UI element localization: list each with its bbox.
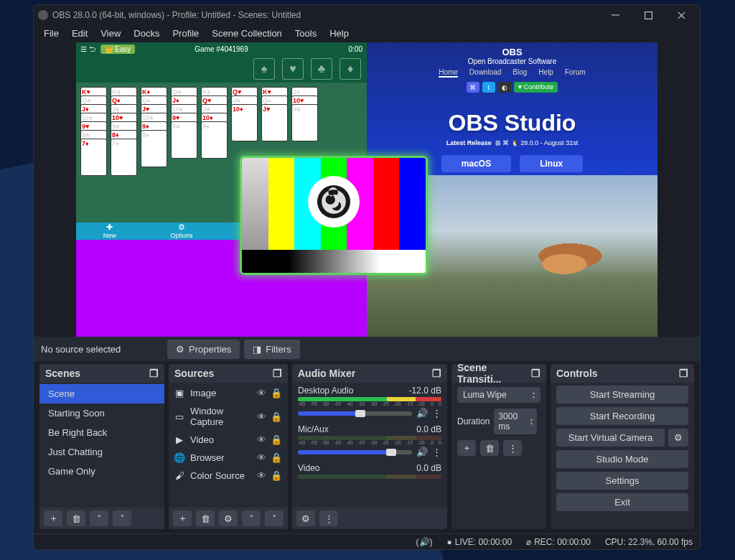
source-item[interactable]: ▣Image👁🔒 [169, 384, 288, 402]
lock-icon[interactable]: 🔒 [271, 452, 282, 463]
close-button[interactable] [667, 5, 696, 25]
start-recording-button[interactable]: Start Recording [556, 407, 688, 425]
lock-icon[interactable]: 🔒 [271, 434, 282, 445]
menu-help[interactable]: Help [324, 26, 355, 41]
mixer-menu-button[interactable]: ⋮ [319, 510, 338, 526]
speaker-icon[interactable]: 🔊 [416, 447, 428, 457]
exit-button[interactable]: Exit [556, 493, 688, 511]
volume-slider[interactable] [298, 450, 412, 454]
sources-list: ▣Image👁🔒 ▭Window Capture👁🔒 ▶Video👁🔒 🌐Bro… [169, 383, 288, 508]
eye-icon[interactable]: 👁 [257, 411, 266, 422]
scene-item[interactable]: Scene [39, 384, 164, 403]
popout-icon[interactable]: ❐ [531, 368, 540, 379]
site-btn-macos: macOS [441, 155, 511, 172]
advanced-audio-button[interactable]: ⚙ [296, 510, 315, 526]
popout-icon[interactable]: ❐ [432, 368, 441, 379]
eye-icon[interactable]: 👁 [257, 452, 266, 463]
menu-profile[interactable]: Profile [167, 26, 205, 41]
preview-canvas[interactable]: ☰⮌ 👑 Easy Game #4041969 0:00 ♠♥♣♦ K♥Q♣J♦… [76, 42, 657, 337]
remove-transition-button[interactable]: 🗑 [480, 440, 499, 456]
source-item[interactable]: 🌐Browser👁🔒 [169, 449, 288, 467]
remove-scene-button[interactable]: 🗑 [67, 510, 85, 526]
brush-icon: 🖌 [174, 470, 184, 481]
scene-item[interactable]: Game Only [39, 462, 164, 481]
popout-icon[interactable]: ❐ [679, 368, 688, 379]
more-icon[interactable]: ⋮ [432, 447, 441, 457]
eye-icon[interactable]: 👁 [257, 434, 266, 445]
controls-dock: Controls❐ Start Streaming Start Recordin… [551, 364, 694, 529]
channel-name: Mic/Aux [298, 424, 329, 434]
volume-slider[interactable] [298, 411, 412, 416]
menu-scene-collection[interactable]: Scene Collection [206, 26, 288, 41]
eye-icon[interactable]: 👁 [257, 470, 266, 481]
properties-button[interactable]: ⚙Properties [167, 340, 240, 359]
mixer-body: Desktop Audio-12.0 dB -60-55-50-45-40-35… [292, 383, 447, 508]
scene-item[interactable]: Be Right Back [39, 423, 164, 442]
scene-item[interactable]: Starting Soon [39, 403, 164, 423]
cpu-status: CPU: 22.3%, 60.00 fps [605, 537, 693, 547]
solitaire-timer: 0:00 [349, 45, 362, 53]
image-icon: ▣ [174, 388, 184, 398]
sources-dock: Sources❐ ▣Image👁🔒 ▭Window Capture👁🔒 ▶Vid… [169, 364, 288, 529]
move-scene-down-button[interactable]: ˅ [113, 510, 131, 526]
source-test-pattern[interactable] [240, 156, 428, 275]
maximize-button[interactable] [634, 5, 663, 25]
scene-transitions-dock: Scene Transiti...❐ Luma Wipe▴▾ Duration … [451, 364, 546, 529]
solitaire-game-id: Game #4041969 [195, 45, 248, 53]
settings-button[interactable]: Settings [556, 472, 688, 490]
transition-select[interactable]: Luma Wipe▴▾ [457, 387, 540, 403]
eye-icon[interactable]: 👁 [257, 388, 266, 398]
scenes-list: Scene Starting Soon Be Right Back Just C… [39, 383, 164, 508]
start-virtual-cam-button[interactable]: Start Virtual Camera [556, 429, 665, 447]
menu-view[interactable]: View [95, 26, 126, 41]
popout-icon[interactable]: ❐ [149, 368, 159, 379]
context-bar: No source selected ⚙Properties ◨Filters [34, 337, 700, 361]
add-transition-button[interactable]: ＋ [457, 440, 476, 456]
minimize-button[interactable] [601, 5, 629, 25]
move-scene-up-button[interactable]: ˄ [90, 510, 108, 526]
remove-source-button[interactable]: 🗑 [196, 510, 215, 526]
filters-button[interactable]: ◨Filters [244, 340, 299, 359]
gear-icon: ⚙ [176, 344, 184, 355]
live-status: ● LIVE: 00:00:00 [447, 537, 512, 547]
transitions-title: Scene Transiti... [457, 364, 531, 385]
menubar: File Edit View Docks Profile Scene Colle… [34, 25, 700, 41]
lock-icon[interactable]: 🔒 [271, 411, 282, 422]
source-properties-button[interactable]: ⚙ [219, 510, 238, 526]
virtual-cam-settings-button[interactable]: ⚙ [668, 429, 688, 447]
studio-mode-button[interactable]: Studio Mode [556, 450, 688, 468]
more-icon[interactable]: ⋮ [432, 408, 441, 419]
mixer-title: Audio Mixer [298, 368, 355, 379]
gear-icon: ⚙ [224, 513, 233, 524]
channel-name: Video [298, 463, 319, 473]
lock-icon[interactable]: 🔒 [271, 388, 282, 398]
speaker-icon[interactable]: 🔊 [416, 408, 428, 419]
sources-toolbar: ＋ 🗑 ⚙ ˄ ˅ [169, 508, 288, 529]
vu-meter [298, 397, 441, 401]
source-item[interactable]: ▭Window Capture👁🔒 [169, 402, 288, 431]
move-source-up-button[interactable]: ˄ [242, 510, 261, 526]
source-item[interactable]: ▶Video👁🔒 [169, 431, 288, 449]
filters-icon: ◨ [253, 344, 261, 355]
source-item[interactable]: 🖌Color Source👁🔒 [169, 467, 288, 485]
menu-edit[interactable]: Edit [66, 26, 93, 41]
status-bar: (🔊) ● LIVE: 00:00:00 ⌀ REC: 00:00:00 CPU… [34, 533, 700, 549]
move-source-down-button[interactable]: ˅ [265, 510, 284, 526]
sources-title: Sources [174, 368, 214, 379]
menu-file[interactable]: File [38, 26, 65, 41]
scene-item[interactable]: Just Chatting [39, 442, 164, 462]
site-nav: HomeDownloadBlogHelpForum [367, 68, 657, 78]
trash-icon: 🗑 [201, 513, 210, 524]
menu-tools[interactable]: Tools [289, 26, 322, 41]
popout-icon[interactable]: ❐ [273, 368, 282, 379]
transition-properties-button[interactable]: ⋮ [503, 440, 522, 456]
site-social: ⌘t◐ ♥ Contribute [367, 82, 657, 93]
start-streaming-button[interactable]: Start Streaming [556, 386, 688, 403]
duration-spinner[interactable]: 3000 ms▴▾ [494, 409, 537, 434]
titlebar: OBS 28.0.0 (64-bit, windows) - Profile: … [34, 5, 700, 25]
add-source-button[interactable]: ＋ [173, 510, 192, 526]
lock-icon[interactable]: 🔒 [271, 470, 282, 481]
updown-icon: ▴▾ [530, 417, 533, 426]
menu-docks[interactable]: Docks [128, 26, 165, 41]
add-scene-button[interactable]: ＋ [44, 510, 62, 526]
